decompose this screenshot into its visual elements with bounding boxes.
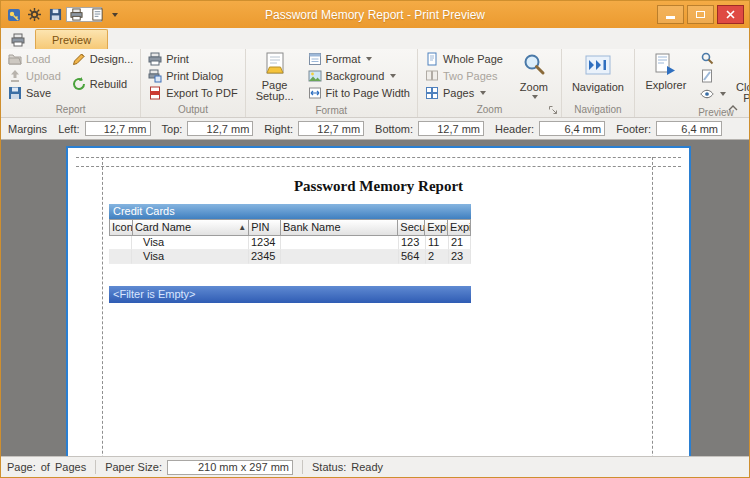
zoom-dialog-launcher[interactable] xyxy=(547,104,559,116)
margin-left-label: Left: xyxy=(58,123,79,135)
zoom-button[interactable]: Zoom xyxy=(510,50,558,101)
cell-card-name: Visa xyxy=(132,250,249,264)
format-button[interactable]: Format xyxy=(304,50,414,67)
close-button[interactable] xyxy=(717,5,744,24)
design-button[interactable]: Design... xyxy=(68,50,137,67)
navigation-button[interactable]: Navigation xyxy=(565,50,631,95)
margin-header-field: Header: 6,4 mm xyxy=(495,121,605,136)
cell-security: 123 xyxy=(399,236,426,250)
cell-bank-name xyxy=(281,236,399,250)
pdf-icon xyxy=(148,86,162,100)
report-page[interactable]: Password Memory Report Credit Cards Icon… xyxy=(66,146,691,456)
status-of-label: of xyxy=(41,461,50,473)
chevron-down-icon xyxy=(390,74,396,78)
margin-left-input[interactable]: 12,7 mm xyxy=(85,121,151,136)
preview-page-icon[interactable] xyxy=(90,7,105,22)
qat-dropdown-icon[interactable] xyxy=(112,13,118,17)
fit-page-width-label: Fit to Page Width xyxy=(326,87,410,99)
close-print-preview-button[interactable]: Close Print Preview xyxy=(732,50,750,106)
search-button[interactable] xyxy=(697,50,729,66)
table-row: Visa 2345 564 2 23 xyxy=(109,250,471,264)
two-pages-button[interactable]: Two Pages xyxy=(421,67,507,84)
group-label-output: Output xyxy=(144,103,241,117)
upload-button[interactable]: Upload xyxy=(4,67,65,84)
column-header-pin: PIN xyxy=(249,220,281,235)
load-button[interactable]: Load xyxy=(4,50,65,67)
gear-icon[interactable] xyxy=(27,7,42,22)
watermark-icon xyxy=(700,69,714,83)
preview-area[interactable]: Password Memory Report Credit Cards Icon… xyxy=(1,140,749,456)
cell-exp-month: 11 xyxy=(426,236,449,250)
zoom-label: Zoom xyxy=(520,82,548,93)
page-setup-button[interactable]: Page Setup... xyxy=(249,50,301,104)
cell-icon xyxy=(109,250,132,264)
card-name-header-label: Card Name xyxy=(135,220,191,235)
margin-top-input[interactable]: 12,7 mm xyxy=(187,121,253,136)
fit-width-icon xyxy=(308,86,322,100)
ribbon-group-navigation: Navigation Navigation xyxy=(562,49,635,117)
chevron-up-icon xyxy=(728,105,738,111)
whole-page-button[interactable]: Whole Page xyxy=(421,50,507,67)
margin-footer-field: Footer: 6,4 mm xyxy=(616,121,722,136)
navigation-label: Navigation xyxy=(572,82,624,93)
export-pdf-button[interactable]: Export To PDF xyxy=(144,84,241,101)
group-label-report: Report xyxy=(4,103,137,117)
status-paper-value: 210 mm x 297 mm xyxy=(167,460,293,475)
cell-card-name: Visa xyxy=(132,236,249,250)
report-band-credit-cards: Credit Cards xyxy=(109,204,471,219)
print-button[interactable]: Print xyxy=(144,50,241,67)
tab-preview[interactable]: Preview xyxy=(35,29,108,49)
app-icon[interactable] xyxy=(6,7,21,22)
print-dialog-button[interactable]: Print Dialog xyxy=(144,67,241,84)
cell-bank-name xyxy=(281,250,399,264)
margin-header-input[interactable]: 6,4 mm xyxy=(539,121,605,136)
app-menu-print-icon[interactable] xyxy=(9,32,27,48)
explorer-button[interactable]: Explorer xyxy=(638,50,694,93)
report-title: Password Memory Report xyxy=(68,178,689,195)
margin-bottom-field: Bottom: 12,7 mm xyxy=(375,121,484,136)
cell-exp-year: 21 xyxy=(449,236,471,250)
pages-button[interactable]: Pages xyxy=(421,84,507,101)
report-table: Credit Cards Icon Card Name ▲ PIN Bank N… xyxy=(109,204,471,303)
ribbon: Load Upload Save Design... xyxy=(1,49,749,118)
whole-page-label: Whole Page xyxy=(443,53,503,65)
margins-toolbar: Margins Left: 12,7 mm Top: 12,7 mm Right… xyxy=(1,118,749,140)
fit-page-width-button[interactable]: Fit to Page Width xyxy=(304,84,414,101)
background-button[interactable]: Background xyxy=(304,67,414,84)
load-label: Load xyxy=(26,53,50,65)
margin-right-input[interactable]: 12,7 mm xyxy=(298,121,364,136)
cell-security: 564 xyxy=(399,250,426,264)
maximize-button[interactable] xyxy=(687,5,714,24)
cell-exp-year: 23 xyxy=(449,250,471,264)
minimize-button[interactable] xyxy=(657,5,684,24)
titlebar: Password Memory Report - Print Preview xyxy=(1,1,749,28)
dashed-left-margin-line xyxy=(102,157,103,456)
column-header-bank-name: Bank Name xyxy=(281,220,398,235)
save-icon[interactable] xyxy=(48,7,63,22)
refresh-icon xyxy=(72,77,86,91)
column-header-icon: Icon xyxy=(110,220,133,235)
print-icon[interactable] xyxy=(69,7,84,22)
status-bar: Page: 1 of 1 Pages Paper Size: 210 mm x … xyxy=(1,456,749,477)
page-setup-icon xyxy=(264,52,286,78)
margin-footer-input[interactable]: 6,4 mm xyxy=(656,121,722,136)
eye-icon xyxy=(700,87,714,101)
close-print-preview-label: Close Print Preview xyxy=(734,82,750,104)
status-status-label: Status: xyxy=(312,461,346,473)
ribbon-group-report: Load Upload Save Design... xyxy=(1,49,141,117)
maximize-icon xyxy=(696,11,705,18)
collapse-ribbon-button[interactable] xyxy=(725,102,741,114)
group-label-zoom: Zoom xyxy=(421,103,558,117)
margins-title: Margins xyxy=(8,123,47,135)
visibility-button[interactable] xyxy=(697,86,729,102)
watermark-button[interactable] xyxy=(697,68,729,84)
save-button[interactable]: Save xyxy=(4,84,65,101)
table-spacer xyxy=(109,264,471,286)
format-icon xyxy=(308,52,322,66)
margin-bottom-input[interactable]: 12,7 mm xyxy=(418,121,484,136)
rebuild-button[interactable]: Rebuild xyxy=(68,75,137,92)
navigation-arrows-icon xyxy=(585,52,611,80)
margin-bottom-label: Bottom: xyxy=(375,123,413,135)
ribbon-group-format: Page Setup... Format Background xyxy=(246,49,418,117)
margin-left-field: Left: 12,7 mm xyxy=(58,121,150,136)
